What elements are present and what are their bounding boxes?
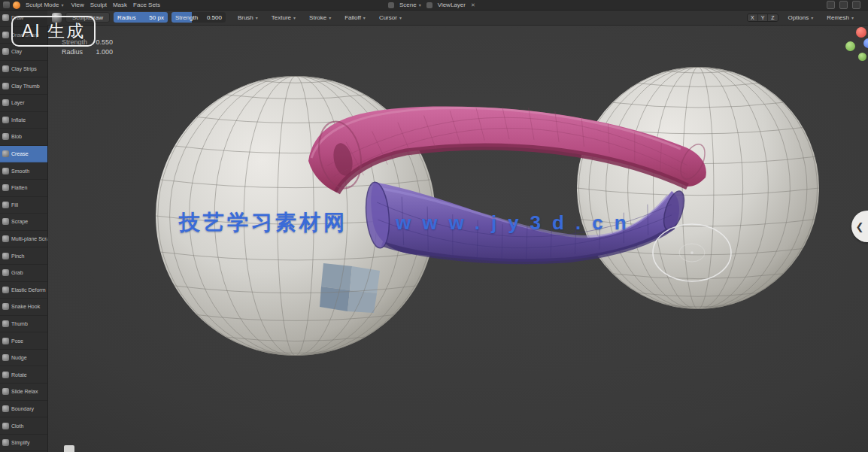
menu-item[interactable]: View (68, 2, 86, 8)
sculpt-tool[interactable]: Smooth (0, 162, 47, 180)
menu-list: ViewSculptMaskFace Sets (68, 2, 162, 8)
tool-label: Clay (11, 49, 22, 54)
watermark-url: www.jy3d.cn (396, 211, 638, 235)
sculpt-tool[interactable]: Grab (0, 265, 47, 282)
sculpt-tool[interactable]: Simplify (0, 435, 47, 452)
tool-icon (2, 235, 9, 242)
tool-icon (2, 320, 9, 327)
tool-icon (2, 14, 9, 21)
sculpt-tool[interactable]: Inflate (0, 112, 47, 129)
toolbar-dropdown[interactable]: Stroke (307, 14, 333, 21)
hud-value: 1.000 (96, 47, 113, 57)
sculpt-tool[interactable]: Crease (0, 146, 47, 163)
sculpt-tool[interactable]: Nudge (0, 350, 47, 367)
radius-slider[interactable]: Radius 50 px (114, 12, 168, 23)
header-panel-dropdown[interactable]: Remesh (824, 14, 856, 21)
strength-label: Strength (175, 14, 198, 21)
sculpt-tool[interactable]: Pinch (0, 247, 47, 265)
menu-item[interactable]: Face Sets (131, 2, 162, 8)
axis-x-handle[interactable] (856, 27, 866, 38)
tool-label: Smooth (11, 168, 29, 174)
axis-y-handle[interactable] (845, 41, 855, 51)
tool-label: Thumb (11, 321, 28, 326)
toolbar-dropdown[interactable]: Brush (235, 14, 260, 21)
sculpt-tool[interactable]: Elastic Deform (0, 282, 47, 299)
sculpt-tool[interactable]: Clay Strips (0, 61, 47, 78)
radius-value: 50 px (149, 14, 164, 21)
sculpt-tool[interactable]: Cloth (0, 417, 47, 435)
axis-y-neg-handle[interactable] (858, 53, 866, 61)
menu-item[interactable]: Sculpt (88, 2, 109, 8)
watermark-text-cn: 技艺学习素材网 (179, 208, 348, 237)
menu-item[interactable]: Mask (111, 2, 129, 8)
tool-label: Multi-plane Scrape (11, 236, 47, 241)
mode-selector[interactable]: Sculpt Mode (23, 2, 65, 8)
scene-icon (388, 2, 394, 8)
tool-label: Cloth (11, 423, 23, 429)
sculpt-tool[interactable]: Boundary (0, 401, 47, 418)
tool-icon (2, 439, 9, 446)
blender-window: Sculpt Mode ViewSculptMaskFace Sets Scen… (0, 0, 868, 452)
tool-icon (2, 354, 9, 361)
sculpt-tool[interactable]: Fill (0, 197, 47, 214)
ai-generated-badge: AI 生成 (11, 16, 96, 47)
tool-icon (2, 99, 9, 106)
toolbar-dropdown[interactable]: Cursor (377, 14, 404, 21)
tool-label: Blob (11, 134, 22, 139)
sculpt-tool[interactable]: Snake Hook (0, 299, 47, 316)
tool-label: Elastic Deform (11, 287, 46, 293)
hud-value: 0.550 (96, 38, 113, 47)
axis-z-handle[interactable] (863, 38, 868, 48)
toolbar-dropdown[interactable]: Texture (269, 14, 298, 21)
strength-slider[interactable]: Strength 0.500 (171, 12, 226, 23)
topbar-left: Sculpt Mode ViewSculptMaskFace Sets (3, 2, 162, 9)
tool-icon (2, 218, 9, 225)
shading-icon[interactable] (852, 1, 860, 9)
topbar: Sculpt Mode ViewSculptMaskFace Sets Scen… (0, 0, 868, 11)
mirror-axis-toggle[interactable]: X (748, 14, 758, 21)
tool-settings-bar: SculptDraw Radius 50 px Strength 0.500 B… (47, 10, 868, 26)
tool-icon (2, 253, 9, 259)
overlays-icon[interactable] (839, 1, 848, 9)
mirror-axis-toggle[interactable]: Y (758, 14, 769, 21)
sculpt-tool[interactable]: Blob (0, 129, 47, 146)
tool-icon (2, 32, 9, 38)
view-layer-icon (426, 2, 432, 8)
tool-icon (2, 202, 9, 208)
toolbar-dropdown[interactable]: Falloff (342, 14, 368, 21)
topbar-center: Scene ViewLayer ✕ (388, 2, 475, 8)
sculpt-tool[interactable]: Multi-plane Scrape (0, 231, 47, 248)
navigation-gizmo[interactable] (842, 27, 868, 66)
sculpt-tool[interactable]: Clay Thumb (0, 77, 47, 95)
tool-icon (2, 48, 9, 55)
sculpt-tool[interactable]: Thumb (0, 316, 47, 333)
view-layer-selector[interactable]: ViewLayer (436, 2, 468, 8)
snap-icon[interactable] (827, 1, 835, 9)
tool-label: Simplify (11, 440, 30, 445)
tool-icon (2, 83, 9, 89)
close-icon[interactable]: ✕ (471, 2, 475, 8)
sculpt-tool[interactable]: Scrape (0, 214, 47, 231)
tool-icon (2, 423, 9, 429)
mirror-toggle-group: XYZ (747, 14, 778, 22)
tool-label: Flatten (11, 185, 27, 190)
tool-icon (2, 65, 9, 72)
sculpt-tool[interactable]: Flatten (0, 180, 47, 197)
sculpt-tool[interactable]: Pose (0, 332, 47, 350)
sculpt-tool[interactable]: Rotate (0, 366, 47, 384)
tool-label: Pinch (11, 253, 25, 259)
tool-label: Snake Hook (11, 304, 40, 309)
header-panel-dropdown[interactable]: Options (786, 14, 816, 21)
sculpt-tool[interactable]: Slide Relax (0, 384, 47, 401)
tool-icon (2, 388, 9, 395)
blender-icon (13, 2, 20, 9)
mirror-axis-toggle[interactable]: Z (768, 14, 777, 21)
scene-selector[interactable]: Scene (397, 2, 423, 8)
tool-icon (2, 184, 9, 191)
sculpt-tool[interactable]: Layer (0, 95, 47, 112)
toolbar-right: XYZ OptionsRemesh (747, 14, 863, 22)
watermark: 技艺学习素材网 www.jy3d.cn (179, 208, 638, 237)
tool-icon (2, 338, 9, 344)
editor-type-icon[interactable] (3, 2, 10, 8)
tool-icon (2, 405, 9, 412)
